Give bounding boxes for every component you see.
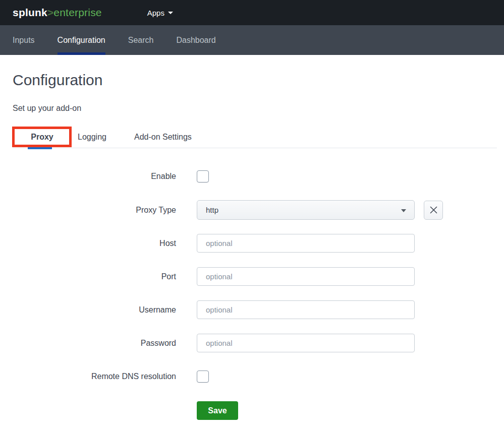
nav-item-label: Inputs xyxy=(13,36,35,45)
configuration-page: Configuration Set up your add-on Proxy L… xyxy=(0,72,504,420)
apps-menu-button[interactable]: Apps xyxy=(147,9,173,17)
proxy-type-select[interactable]: http xyxy=(197,200,415,220)
configuration-tabs: Proxy Logging Add-on Settings xyxy=(13,129,497,148)
form-row-password: Password xyxy=(13,334,497,352)
page-subtitle: Set up your add-on xyxy=(13,104,497,113)
nav-item-dashboard[interactable]: Dashboard xyxy=(176,25,215,55)
clear-selection-button[interactable] xyxy=(424,201,443,220)
host-label: Host xyxy=(13,239,176,248)
proxy-type-selected-value: http xyxy=(206,206,218,214)
form-row-enable: Enable xyxy=(13,170,497,182)
top-app-bar: splunk>enterprise Apps xyxy=(0,0,504,25)
form-row-host: Host xyxy=(13,234,497,253)
app-nav-bar: Inputs Configuration Search Dashboard xyxy=(0,25,504,55)
username-label: Username xyxy=(13,305,176,315)
enable-label: Enable xyxy=(13,172,176,181)
proxy-settings-form: Enable Proxy Type http H xyxy=(13,170,497,420)
form-row-remote-dns: Remote DNS resolution xyxy=(13,371,497,383)
active-tab-indicator xyxy=(28,147,52,149)
splunk-enterprise-logo[interactable]: splunk>enterprise xyxy=(13,7,102,19)
port-input[interactable] xyxy=(197,267,415,286)
caret-down-icon xyxy=(401,209,406,212)
logo-caret-glyph: > xyxy=(47,7,53,18)
nav-item-label: Search xyxy=(128,36,154,45)
nav-item-configuration[interactable]: Configuration xyxy=(58,25,105,55)
form-row-proxy-type: Proxy Type http xyxy=(13,200,497,220)
save-button[interactable]: Save xyxy=(197,401,238,420)
apps-menu-label: Apps xyxy=(147,9,164,17)
active-nav-indicator xyxy=(58,52,105,55)
password-label: Password xyxy=(13,339,176,348)
form-actions: Save xyxy=(197,401,497,420)
password-input[interactable] xyxy=(197,334,415,352)
nav-item-label: Dashboard xyxy=(176,36,215,45)
nav-item-search[interactable]: Search xyxy=(128,25,154,55)
caret-down-icon xyxy=(168,12,173,14)
form-row-port: Port xyxy=(13,267,497,286)
nav-item-label: Configuration xyxy=(58,36,105,45)
enable-checkbox[interactable] xyxy=(197,170,209,182)
proxy-type-label: Proxy Type xyxy=(13,206,176,215)
tab-addon-settings[interactable]: Add-on Settings xyxy=(134,133,192,148)
nav-item-inputs[interactable]: Inputs xyxy=(13,25,35,55)
close-icon xyxy=(429,206,438,214)
host-input[interactable] xyxy=(197,234,415,253)
remote-dns-label: Remote DNS resolution xyxy=(13,372,176,381)
port-label: Port xyxy=(13,272,176,281)
logo-brand-text: splunk xyxy=(13,7,47,18)
tab-logging[interactable]: Logging xyxy=(78,133,106,148)
logo-product-text: enterprise xyxy=(53,7,101,18)
form-row-username: Username xyxy=(13,300,497,319)
tab-proxy[interactable]: Proxy xyxy=(13,133,72,148)
username-input[interactable] xyxy=(197,300,415,319)
page-title: Configuration xyxy=(13,72,497,89)
remote-dns-checkbox[interactable] xyxy=(197,371,209,383)
